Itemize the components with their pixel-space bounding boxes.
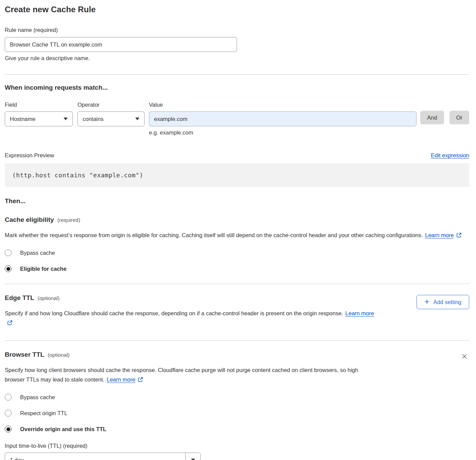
operator-select-value: contains xyxy=(83,116,103,122)
section-divider xyxy=(5,284,469,284)
remove-browser-ttl-button[interactable] xyxy=(460,352,469,362)
radio-override-origin-ttl[interactable]: Override origin and use this TTL xyxy=(5,426,469,432)
radio-checked-icon xyxy=(5,426,12,432)
plus-icon: + xyxy=(424,298,429,306)
edit-expression-link[interactable]: Edit expression xyxy=(431,152,469,159)
external-link-icon xyxy=(138,375,143,385)
match-row: Field Hostname Operator contains Value A… xyxy=(5,102,469,126)
match-section-heading: When incoming requests match... xyxy=(5,84,469,91)
browser-ttl-description: Specify how long client browsers should … xyxy=(5,367,358,383)
rule-name-help: Give your rule a descriptive name. xyxy=(5,55,469,61)
section-divider xyxy=(5,74,469,75)
radio-icon xyxy=(5,249,12,256)
create-cache-rule-form: Create new Cache Rule Rule name (require… xyxy=(0,0,476,460)
and-button[interactable]: And xyxy=(420,111,444,124)
browser-ttl-badge: (optional) xyxy=(48,352,70,358)
radio-eligible-for-cache[interactable]: Eligible for cache xyxy=(5,265,469,272)
chevron-down-icon xyxy=(135,118,139,120)
field-label: Field xyxy=(5,102,73,108)
section-divider xyxy=(5,340,469,341)
ttl-select-value: 1 day xyxy=(5,453,185,460)
close-icon xyxy=(461,353,468,360)
radio-checked-icon xyxy=(5,265,12,272)
chevron-down-button[interactable] xyxy=(185,453,200,460)
value-input[interactable] xyxy=(149,111,417,126)
operator-label: Operator xyxy=(78,102,144,108)
value-help: e.g. example.com xyxy=(149,129,193,136)
field-select[interactable]: Hostname xyxy=(5,111,73,126)
operator-select[interactable]: contains xyxy=(78,111,144,126)
add-setting-button[interactable]: + Add setting xyxy=(417,295,469,309)
expression-preview-label: Expression Preview xyxy=(5,152,54,159)
ttl-input-label: Input time-to-live (TTL) (required) xyxy=(5,443,469,449)
external-link-icon xyxy=(7,319,13,328)
cache-eligibility-title: Cache eligibility xyxy=(5,216,54,224)
chevron-down-icon xyxy=(191,459,195,460)
radio-icon xyxy=(5,410,12,417)
radio-bypass-cache[interactable]: Bypass cache xyxy=(5,249,469,256)
browser-ttl-title: Browser TTL xyxy=(5,351,44,358)
radio-icon xyxy=(5,394,12,401)
learn-more-link[interactable]: Learn more xyxy=(107,376,135,383)
cache-eligibility-badge: (required) xyxy=(57,217,80,223)
radio-bypass-cache[interactable]: Bypass cache xyxy=(5,394,469,401)
chevron-down-icon xyxy=(64,118,68,120)
cache-eligibility-description: Mark whether the request’s response from… xyxy=(5,232,423,238)
then-heading: Then... xyxy=(5,197,469,205)
edge-ttl-description: Specify if and how long Cloudflare shoul… xyxy=(5,310,343,316)
browser-ttl-options: Bypass cache Respect origin TTL Override… xyxy=(5,394,469,432)
expression-code: (http.host contains "example.com") xyxy=(5,163,469,187)
value-label: Value xyxy=(149,102,417,108)
external-link-icon xyxy=(456,231,462,241)
learn-more-link[interactable]: Learn more xyxy=(345,310,374,316)
ttl-select[interactable]: 1 day xyxy=(5,453,201,460)
edge-ttl-badge: (optional) xyxy=(38,295,60,301)
field-select-value: Hostname xyxy=(10,116,35,122)
cache-eligibility-options: Bypass cache Eligible for cache xyxy=(5,249,469,272)
rule-name-input[interactable] xyxy=(5,37,237,52)
page-title: Create new Cache Rule xyxy=(5,5,469,14)
edge-ttl-title: Edge TTL xyxy=(5,294,34,302)
radio-respect-origin-ttl[interactable]: Respect origin TTL xyxy=(5,410,469,417)
or-button[interactable]: Or xyxy=(449,111,469,124)
learn-more-link[interactable]: Learn more xyxy=(425,232,454,238)
rule-name-label: Rule name (required) xyxy=(5,27,469,33)
